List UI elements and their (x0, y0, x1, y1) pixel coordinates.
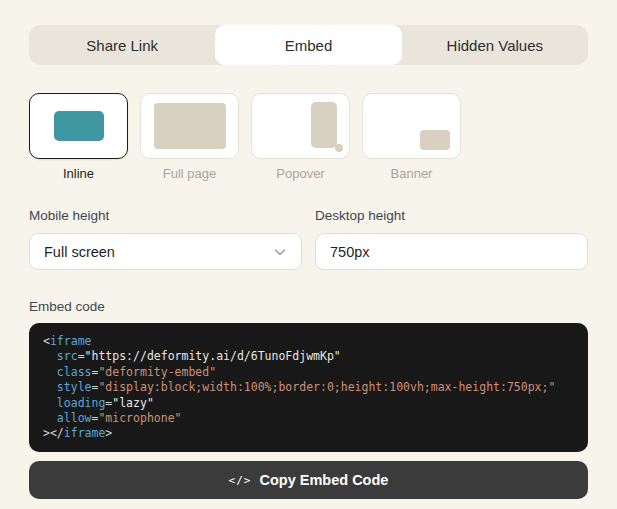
desktop-height-label: Desktop height (315, 208, 588, 223)
embed-code-label: Embed code (29, 299, 588, 314)
embed-type-banner-label: Banner (362, 166, 461, 181)
desktop-height-input[interactable] (315, 233, 588, 270)
embed-code-line: allow="microphone" (43, 411, 574, 426)
embed-type-popover[interactable] (251, 93, 350, 159)
tab-embed[interactable]: Embed (215, 25, 401, 65)
height-settings: Mobile height Full screen Desktop height (29, 208, 588, 270)
embed-code-line: ></iframe> (43, 426, 574, 441)
popover-preview-icon (311, 102, 337, 148)
mobile-height-value: Full screen (44, 244, 115, 260)
tab-bar: Share Link Embed Hidden Values (29, 25, 588, 65)
copy-embed-code-label: Copy Embed Code (259, 472, 388, 488)
popover-launcher-dot-icon (335, 144, 343, 152)
embed-type-inline-label: Inline (29, 166, 128, 181)
copy-embed-code-button[interactable]: </> Copy Embed Code (29, 461, 588, 499)
mobile-height-select[interactable]: Full screen (29, 233, 302, 270)
embed-type-full-page[interactable] (140, 93, 239, 159)
code-icon: </> (229, 474, 252, 487)
tab-hidden-values[interactable]: Hidden Values (402, 25, 588, 65)
tab-share-link[interactable]: Share Link (29, 25, 215, 65)
mobile-height-label: Mobile height (29, 208, 302, 223)
full-page-preview-icon (154, 103, 226, 149)
embed-type-popover-label: Popover (251, 166, 350, 181)
embed-dialog: Share Link Embed Hidden Values Inline Fu… (0, 0, 617, 499)
embed-code-line: <iframe (43, 334, 574, 349)
embed-type-options: Inline Full page Popover Banner (29, 93, 588, 181)
inline-preview-icon (54, 111, 104, 141)
embed-type-inline[interactable] (29, 93, 128, 159)
chevron-down-icon (272, 244, 288, 260)
embed-type-full-page-label: Full page (140, 166, 239, 181)
embed-code-line: style="display:block;width:100%;border:0… (43, 380, 574, 395)
embed-type-banner[interactable] (362, 93, 461, 159)
embed-code-line: class="deformity-embed" (43, 365, 574, 380)
embed-code-line: src="https://deformity.ai/d/6TunoFdjwmKp… (43, 349, 574, 364)
embed-code-line: loading="lazy" (43, 396, 574, 411)
embed-code-block: <iframe src="https://deformity.ai/d/6Tun… (29, 323, 588, 452)
banner-preview-icon (420, 130, 450, 150)
